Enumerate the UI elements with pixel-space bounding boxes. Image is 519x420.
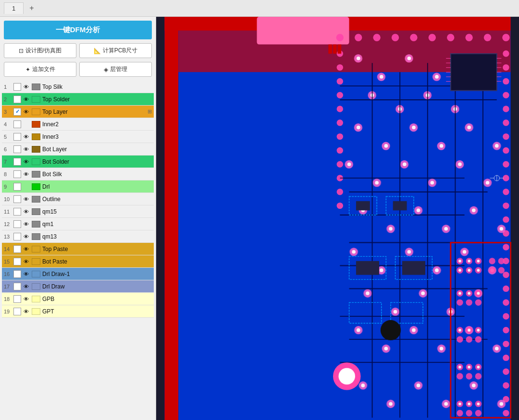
svg-point-28: [503, 216, 509, 223]
svg-point-123: [403, 162, 407, 166]
layer-checkbox[interactable]: [13, 170, 21, 178]
layer-row-1[interactable]: 2👁Top Solder: [2, 93, 154, 106]
layer-checkbox[interactable]: [13, 208, 21, 216]
layer-color-swatch: [32, 308, 40, 315]
dfm-analysis-button[interactable]: 一键DFM分析: [4, 21, 152, 39]
layer-visibility-icon[interactable]: 👁: [22, 220, 30, 228]
layer-visibility-icon[interactable]: 👁: [22, 145, 30, 153]
layer-color-swatch: [32, 246, 40, 252]
add-file-button[interactable]: ✦ 追加文件: [4, 62, 76, 77]
layer-checkbox[interactable]: [13, 195, 21, 203]
layer-checkbox[interactable]: [13, 96, 21, 103]
pcb-canvas-area[interactable]: [156, 17, 519, 420]
layer-row-6[interactable]: 7👁Bot Solder: [2, 156, 154, 168]
left-panel: 一键DFM分析 ⊡ 设计图/仿真图 📐 计算PCB尺寸 ✦ 追加文件 ◈ 层管理…: [0, 17, 156, 420]
layer-number: 15: [4, 259, 13, 264]
layer-visibility-icon[interactable]: 👁: [22, 258, 30, 265]
layer-row-17[interactable]: 18👁GPB: [2, 293, 154, 305]
layer-row-9[interactable]: 10👁Outline: [2, 193, 154, 205]
layer-checkbox[interactable]: [13, 295, 21, 303]
layer-row-14[interactable]: 15👁Bot Paste: [2, 255, 154, 268]
svg-point-231: [489, 267, 495, 273]
svg-point-146: [412, 328, 416, 332]
layer-row-11[interactable]: 12👁qm1: [2, 218, 154, 230]
svg-point-34: [503, 299, 509, 305]
layer-visibility-icon[interactable]: [22, 120, 30, 128]
layer-row-12[interactable]: 13👁qm13: [2, 230, 154, 243]
add-file-label: 追加文件: [32, 65, 55, 73]
layer-row-4[interactable]: 5👁Inner3: [2, 131, 154, 143]
layer-row-2[interactable]: 3✓👁Top Layer⊞: [2, 106, 154, 118]
layer-checkbox[interactable]: [13, 183, 21, 191]
layer-visibility-icon[interactable]: [22, 183, 30, 191]
layer-visibility-icon[interactable]: 👁: [22, 245, 30, 253]
layer-visibility-icon[interactable]: 👁: [22, 208, 30, 216]
layer-visibility-icon[interactable]: 👁: [22, 108, 30, 116]
layer-checkbox[interactable]: [13, 133, 21, 141]
layer-visibility-icon[interactable]: 👁: [22, 295, 30, 303]
layer-checkbox[interactable]: [13, 308, 21, 315]
svg-point-42: [503, 410, 509, 416]
svg-point-51: [337, 161, 343, 167]
layer-checkbox[interactable]: [13, 283, 21, 290]
svg-rect-257: [338, 45, 342, 54]
layer-row-3[interactable]: 4Inner2: [2, 118, 154, 131]
layer-mgr-button[interactable]: ◈ 层管理: [79, 62, 152, 77]
svg-point-120: [495, 144, 499, 148]
layer-checkbox[interactable]: [13, 145, 21, 153]
calc-pcb-button[interactable]: 📐 计算PCB尺寸: [79, 43, 152, 58]
layer-visibility-icon[interactable]: 👁: [22, 170, 30, 178]
svg-point-15: [502, 34, 509, 41]
layer-color-swatch: [32, 296, 40, 302]
svg-point-16: [503, 50, 509, 57]
layer-number: 17: [4, 284, 13, 289]
svg-rect-2: [165, 17, 179, 420]
layer-visibility-icon[interactable]: 👁: [22, 83, 30, 91]
tab-add-button[interactable]: +: [24, 2, 39, 14]
svg-point-130: [444, 227, 448, 231]
layer-name-label: Drl Draw: [42, 283, 152, 290]
layer-color-swatch: [32, 84, 40, 90]
svg-point-196: [338, 368, 355, 385]
design-sim-button[interactable]: ⊡ 设计图/仿真图: [4, 43, 76, 58]
layer-visibility-icon[interactable]: 👁: [22, 158, 30, 166]
layer-row-7[interactable]: 8👁Bot Silk: [2, 168, 154, 180]
layer-checkbox[interactable]: ✓: [13, 108, 21, 116]
svg-point-155: [499, 402, 503, 406]
top-bar: 1 +: [0, 0, 519, 17]
layer-visibility-icon[interactable]: 👁: [22, 133, 30, 141]
svg-point-215: [466, 336, 472, 342]
layer-row-16[interactable]: 17👁Drl Draw: [2, 280, 154, 293]
layer-visibility-icon[interactable]: 👁: [22, 195, 30, 203]
layer-name-label: GPT: [42, 308, 152, 315]
layer-checkbox[interactable]: [13, 120, 21, 128]
layer-checkbox[interactable]: [13, 245, 21, 253]
layer-checkbox[interactable]: [13, 270, 21, 278]
layer-visibility-icon[interactable]: 👁: [22, 233, 30, 240]
layer-number: 1: [4, 84, 13, 90]
svg-point-128: [389, 227, 393, 231]
layer-checkbox[interactable]: [13, 233, 21, 240]
layer-checkbox[interactable]: [13, 158, 21, 166]
svg-point-246: [468, 366, 470, 369]
layer-row-8[interactable]: 9Drl: [2, 180, 154, 193]
svg-point-33: [503, 286, 509, 292]
layer-row-15[interactable]: 16👁Drl Draw-1: [2, 268, 154, 280]
layer-row-13[interactable]: 14👁Top Paste: [2, 243, 154, 255]
layer-row-5[interactable]: 6👁Bot Layer: [2, 143, 154, 156]
layer-visibility-icon[interactable]: 👁: [22, 308, 30, 315]
svg-rect-172: [451, 54, 497, 91]
layer-row-10[interactable]: 11👁qm15: [2, 205, 154, 218]
pcb-view[interactable]: [156, 17, 519, 420]
tab-1[interactable]: 1: [4, 2, 24, 14]
layer-visibility-icon[interactable]: 👁: [22, 283, 30, 290]
layer-row-18[interactable]: 19👁GPT: [2, 305, 154, 318]
layer-visibility-icon[interactable]: 👁: [22, 96, 30, 103]
layer-checkbox[interactable]: [13, 258, 21, 265]
layer-checkbox[interactable]: [13, 220, 21, 228]
layer-checkbox[interactable]: [13, 83, 21, 91]
layer-number: 13: [4, 234, 13, 240]
layer-row-0[interactable]: 1👁Top Silk: [2, 81, 154, 93]
layer-color-swatch: [32, 108, 40, 115]
layer-visibility-icon[interactable]: 👁: [22, 270, 30, 278]
